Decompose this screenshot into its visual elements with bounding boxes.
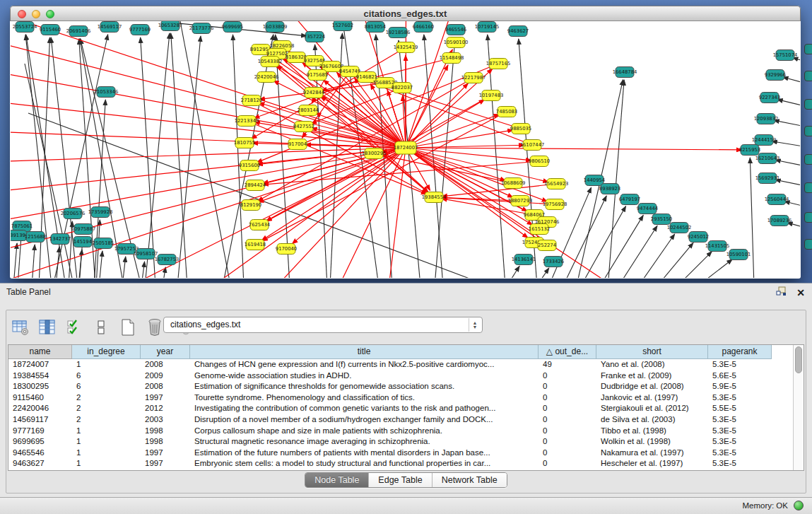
table-row[interactable]: 911546021997Tourette syndrome. Phenomeno… <box>8 392 793 404</box>
table-cell[interactable]: Stergiakouli et al. (2012) <box>596 403 708 414</box>
table-cell[interactable]: 6 <box>72 370 141 382</box>
table-cell[interactable]: 0 <box>539 403 596 414</box>
table-cell[interactable]: 0 <box>539 370 596 382</box>
table-cell[interactable]: 5.3E-5 <box>708 426 772 437</box>
table-cell[interactable]: 0 <box>539 436 596 448</box>
table-cell[interactable]: 5.3E-5 <box>708 448 772 459</box>
table-cell[interactable]: 2012 <box>141 403 190 414</box>
table-cell[interactable]: 2009 <box>141 370 190 382</box>
table-row[interactable]: 1938455462009Genome-wide association stu… <box>8 370 793 382</box>
table-cell[interactable]: Estimation of significance thresholds fo… <box>190 381 539 392</box>
table-cell[interactable]: 0 <box>539 414 596 426</box>
tab-edge-table[interactable]: Edge Table <box>369 473 432 487</box>
table-cell[interactable]: 22420046 <box>8 403 72 414</box>
table-cell[interactable]: 0 <box>539 381 596 392</box>
table-cell[interactable]: 1997 <box>141 392 190 404</box>
tab-network-table[interactable]: Network Table <box>433 473 507 487</box>
table-cell[interactable]: 18300295 <box>8 381 72 392</box>
table-cell[interactable]: Jankovic et al. (1997) <box>596 392 708 404</box>
table-cell[interactable]: 0 <box>539 426 596 437</box>
new-table-icon[interactable] <box>118 317 138 337</box>
table-cell[interactable]: 2003 <box>141 414 190 426</box>
table-row[interactable]: 1456911722003Disruption of a novel membe… <box>8 414 793 426</box>
close-panel-icon[interactable]: ✕ <box>796 288 805 298</box>
table-cell[interactable]: 1997 <box>141 458 190 469</box>
table-cell[interactable]: 2 <box>72 414 141 426</box>
table-cell[interactable]: 1998 <box>141 436 190 448</box>
table-cell[interactable]: 5.9E-5 <box>708 381 772 392</box>
table-cell[interactable]: 14569117 <box>8 414 72 426</box>
table-cell[interactable]: Hescheler et al. (1997) <box>596 458 708 469</box>
table-cell[interactable]: 2 <box>72 403 141 414</box>
table-cell[interactable]: 0 <box>539 448 596 459</box>
table-cell[interactable]: 9777169 <box>8 426 72 437</box>
table-cell[interactable]: Changes of HCN gene expression and I(f) … <box>190 359 539 370</box>
table-mode-icon[interactable] <box>11 317 30 337</box>
network-canvas[interactable]: 2055372491154602069140614569117977716910… <box>11 21 800 278</box>
table-cell[interactable]: 1 <box>72 426 141 437</box>
table-cell[interactable]: Structural magnetic resonance image aver… <box>190 436 539 448</box>
window-titlebar[interactable]: citations_edges.txt <box>10 6 801 21</box>
table-row[interactable]: 946362711997Embryonic stem cells: a mode… <box>8 458 793 469</box>
table-cell[interactable]: 1998 <box>141 426 190 437</box>
scrollbar-thumb[interactable] <box>795 346 802 373</box>
table-cell[interactable]: Dudbridge et al. (2008) <box>596 381 708 392</box>
table-cell[interactable]: 1 <box>72 458 141 469</box>
table-row[interactable]: 2242004622012Investigating the contribut… <box>8 403 793 414</box>
table-cell[interactable]: 19384554 <box>8 370 72 382</box>
column-header-in-degree[interactable]: in_degree <box>72 345 141 359</box>
table-row[interactable]: 1872400712008Changes of HCN gene express… <box>8 359 793 370</box>
column-header-name[interactable]: name <box>8 345 72 359</box>
table-cell[interactable]: 9463627 <box>8 458 72 469</box>
table-row[interactable]: 977716911998Corpus callosum shape and si… <box>8 426 793 437</box>
table-cell[interactable]: 5.3E-5 <box>708 359 772 370</box>
table-cell[interactable]: 5.6E-5 <box>708 370 772 382</box>
table-cell[interactable]: 1 <box>72 436 141 448</box>
table-selector-dropdown[interactable]: citations_edges.txt ▲▼ <box>163 317 483 333</box>
table-cell[interactable]: 9115460 <box>8 392 72 404</box>
rows-icon[interactable] <box>91 317 111 337</box>
show-columns-icon[interactable] <box>37 317 57 337</box>
table-cell[interactable]: 49 <box>539 359 596 370</box>
table-vertical-scrollbar[interactable] <box>793 345 804 470</box>
column-header-out-de-[interactable]: △ out_de... <box>539 345 596 359</box>
column-header-short[interactable]: short <box>596 345 708 359</box>
table-cell[interactable]: Embryonic stem cells: a model to study s… <box>190 458 539 469</box>
table-cell[interactable]: 2 <box>72 392 141 404</box>
table-cell[interactable]: Tibbo et al. (1998) <box>596 426 708 437</box>
delete-table-icon[interactable] <box>145 317 165 337</box>
table-row[interactable]: 946554611997Estimation of the future num… <box>8 448 793 459</box>
table-cell[interactable]: Disruption of a novel member of a sodium… <box>190 414 539 426</box>
table-cell[interactable]: Tourette syndrome. Phenomenology and cla… <box>190 392 539 404</box>
table-cell[interactable]: 1 <box>72 359 141 370</box>
table-cell[interactable]: 9699695 <box>8 436 72 448</box>
selection-mode-icon[interactable] <box>64 317 84 337</box>
network-view-window[interactable]: citations_edges.txt 20553724911546020691… <box>10 6 801 279</box>
table-cell[interactable]: de Silva et al. (2003) <box>596 414 708 426</box>
table-cell[interactable]: 18724007 <box>8 359 72 370</box>
table-cell[interactable]: 5.3E-5 <box>708 436 772 448</box>
table-cell[interactable]: 0 <box>539 458 596 469</box>
table-cell[interactable]: Franke et al. (2009) <box>596 370 708 382</box>
table-cell[interactable]: 5.5E-5 <box>708 403 772 414</box>
table-cell[interactable]: Nakamura et al. (1997) <box>596 448 708 459</box>
table-cell[interactable]: 1 <box>72 448 141 459</box>
table-cell[interactable]: 5.3E-5 <box>708 392 772 404</box>
column-header-year[interactable]: year <box>141 345 190 359</box>
tab-node-table[interactable]: Node Table <box>305 473 369 487</box>
table-cell[interactable]: 9465546 <box>8 448 72 459</box>
table-cell[interactable]: Corpus callosum shape and size in male p… <box>190 426 539 437</box>
table-cell[interactable]: Genome-wide association studies in ADHD. <box>190 370 539 382</box>
table-row[interactable]: 969969511998Structural magnetic resonanc… <box>8 436 793 448</box>
table-cell[interactable]: 5.3E-5 <box>708 414 772 426</box>
memory-status-indicator[interactable] <box>794 501 804 510</box>
float-window-icon[interactable] <box>776 286 787 299</box>
table-row[interactable]: 1830029562008Estimation of significance … <box>8 381 793 392</box>
table-cell[interactable]: 5.3E-5 <box>708 458 772 469</box>
network-graph[interactable]: 2055372491154602069140614569117977716910… <box>11 21 800 278</box>
table-cell[interactable]: Yano et al. (2008) <box>596 359 708 370</box>
table-cell[interactable]: 0 <box>539 392 596 404</box>
table-cell[interactable]: 6 <box>72 381 141 392</box>
table-cell[interactable]: Estimation of the future numbers of pati… <box>190 448 539 459</box>
column-header-title[interactable]: title <box>190 345 539 359</box>
